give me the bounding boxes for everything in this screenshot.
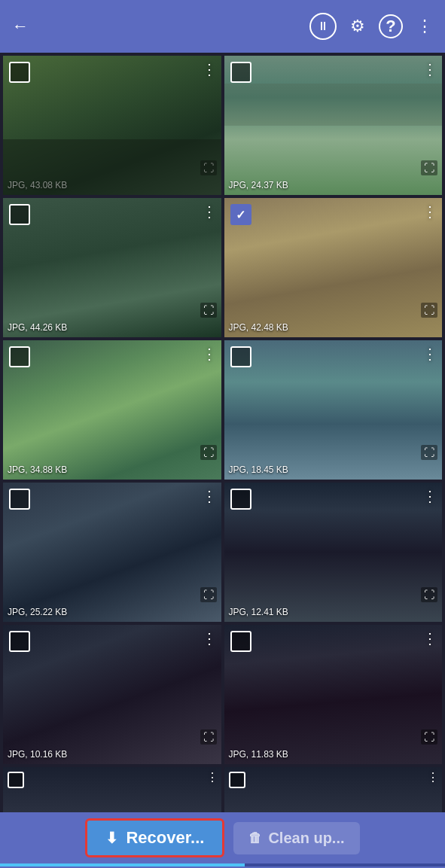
- photo-cell-6: ⋮ ⛶ JPG, 18.45 KB: [224, 340, 443, 480]
- more-btn-3[interactable]: ⋮: [202, 203, 217, 221]
- file-info-5: JPG, 34.88 KB: [8, 464, 67, 475]
- more-btn-9[interactable]: ⋮: [202, 629, 217, 647]
- expand-btn-2[interactable]: ⛶: [421, 160, 437, 175]
- checkbox-partial-right[interactable]: [229, 772, 245, 788]
- more-options-button[interactable]: ⋮: [416, 17, 433, 36]
- more-btn-2[interactable]: ⋮: [422, 60, 437, 78]
- more-btn-partial-right[interactable]: ⋮: [427, 770, 439, 784]
- partial-cell-right: ⋮: [224, 767, 443, 812]
- progress-fill: [0, 863, 245, 866]
- progress-bar: [0, 863, 445, 866]
- expand-btn-8[interactable]: ⛶: [421, 587, 437, 602]
- expand-btn-7[interactable]: ⛶: [200, 587, 217, 602]
- more-btn-5[interactable]: ⋮: [202, 345, 217, 363]
- checkbox-4[interactable]: [230, 204, 251, 225]
- more-btn-6[interactable]: ⋮: [422, 345, 437, 363]
- photo-cell-9: ⋮ ⛶ JPG, 10.16 KB: [3, 625, 221, 764]
- expand-btn-10[interactable]: ⛶: [421, 729, 437, 745]
- photo-cell-5: ⋮ ⛶ JPG, 34.88 KB: [3, 340, 221, 480]
- expand-btn-1[interactable]: ⛶: [200, 160, 217, 175]
- photo-cell-10: ⋮ ⛶ JPG, 11.83 KB: [224, 625, 443, 764]
- settings-button[interactable]: ⚙: [350, 17, 365, 36]
- more-btn-8[interactable]: ⋮: [422, 487, 437, 505]
- back-button[interactable]: ←: [12, 17, 29, 35]
- more-btn-7[interactable]: ⋮: [202, 487, 217, 505]
- file-info-8: JPG, 12.41 KB: [229, 607, 288, 617]
- recover-button[interactable]: ⬇ Recover...: [85, 818, 224, 857]
- photo-cell-7: ⋮ ⛶ JPG, 25.22 KB: [3, 483, 221, 622]
- photo-cell-8: ⋮ ⛶ JPG, 12.41 KB: [224, 483, 443, 622]
- checkbox-partial-left[interactable]: [8, 772, 24, 788]
- checkbox-6[interactable]: [230, 346, 251, 367]
- file-info-7: JPG, 25.22 KB: [8, 607, 67, 617]
- more-btn-10[interactable]: ⋮: [422, 629, 437, 647]
- toolbar: ← ⏸ ⚙ ? ⋮: [0, 0, 445, 53]
- action-bar: ⬇ Recover... 🗑 Clean up...: [0, 812, 445, 863]
- photo-cell-3: ⋮ ⛶ JPG, 44.26 KB: [3, 198, 221, 337]
- expand-btn-9[interactable]: ⛶: [200, 729, 217, 745]
- photo-cell-1: ⋮ ⛶ JPG, 43.08 KB: [3, 56, 221, 195]
- file-info-3: JPG, 44.26 KB: [8, 322, 67, 333]
- checkbox-8[interactable]: [230, 489, 251, 510]
- checkbox-5[interactable]: [9, 346, 30, 367]
- checkbox-9[interactable]: [9, 631, 30, 652]
- expand-btn-4[interactable]: ⛶: [421, 303, 437, 318]
- recover-label: Recover...: [126, 828, 204, 848]
- file-info-9: JPG, 10.16 KB: [8, 749, 67, 760]
- file-info-4: JPG, 42.48 KB: [229, 322, 288, 333]
- checkbox-3[interactable]: [9, 204, 30, 225]
- partial-row: ⋮ ⋮: [0, 767, 445, 812]
- photo-cell-4: ⋮ ⛶ JPG, 42.48 KB: [224, 198, 443, 337]
- checkbox-1[interactable]: [9, 62, 30, 83]
- help-button[interactable]: ?: [379, 14, 403, 38]
- more-btn-partial-left[interactable]: ⋮: [206, 770, 218, 784]
- file-info-6: JPG, 18.45 KB: [229, 464, 288, 475]
- recover-icon: ⬇: [105, 829, 118, 847]
- expand-btn-3[interactable]: ⛶: [200, 303, 217, 318]
- cleanup-label: Clean up...: [268, 830, 344, 847]
- more-btn-1[interactable]: ⋮: [202, 60, 217, 78]
- photo-cell-2: ⋮ ⛶ JPG, 24.37 KB: [224, 56, 443, 195]
- file-info-1: JPG, 43.08 KB: [8, 180, 67, 190]
- checkbox-2[interactable]: [230, 62, 251, 83]
- partial-cell-left: ⋮: [3, 767, 221, 812]
- cleanup-icon: 🗑: [248, 830, 262, 846]
- expand-btn-6[interactable]: ⛶: [421, 445, 437, 460]
- expand-btn-5[interactable]: ⛶: [200, 445, 217, 460]
- more-btn-4[interactable]: ⋮: [422, 203, 437, 221]
- file-info-2: JPG, 24.37 KB: [229, 180, 288, 190]
- checkbox-7[interactable]: [9, 489, 30, 510]
- cleanup-button[interactable]: 🗑 Clean up...: [233, 822, 359, 854]
- pause-button[interactable]: ⏸: [309, 13, 337, 40]
- file-info-10: JPG, 11.83 KB: [229, 749, 288, 760]
- checkbox-10[interactable]: [230, 631, 251, 652]
- photo-grid: ⋮ ⛶ JPG, 43.08 KB ⋮ ⛶ JPG, 24.37 KB ⋮ ⛶ …: [0, 53, 445, 767]
